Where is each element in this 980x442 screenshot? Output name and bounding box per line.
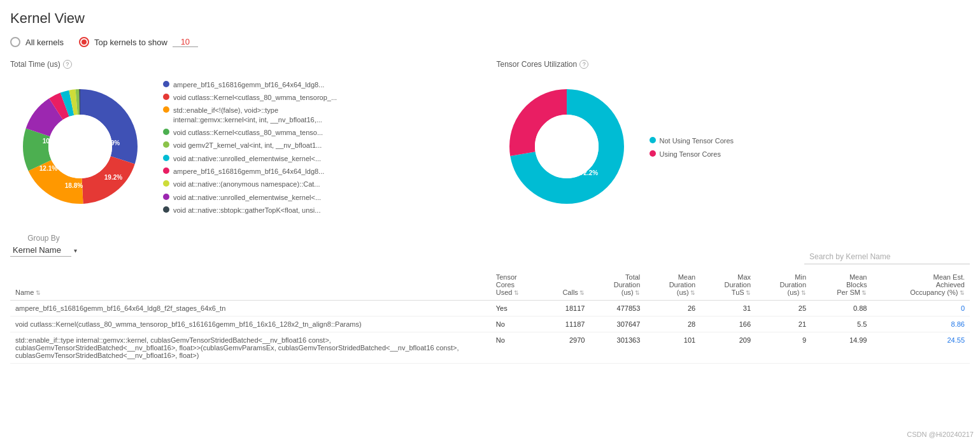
svg-text:19.2%: 19.2% bbox=[104, 174, 122, 181]
svg-point-18 bbox=[535, 115, 599, 178]
cell-max-duration: 209 bbox=[700, 332, 756, 364]
cell-max-duration: 166 bbox=[700, 317, 756, 332]
col-calls[interactable]: Calls bbox=[541, 269, 590, 301]
cell-tensor-cores: Yes bbox=[491, 301, 541, 317]
svg-text:27.8%: 27.8% bbox=[537, 139, 555, 146]
legend-item-3: void cutlass::Kernel<cutlass_80_wmma_ten… bbox=[163, 128, 337, 137]
all-kernels-label: All kernels bbox=[25, 38, 64, 47]
total-time-chart-inner: 29.9% 19.2% 18.8% 12.1% 10.7% ampere_bf1… bbox=[10, 76, 484, 218]
cell-tensor-cores: No bbox=[491, 332, 541, 364]
svg-text:12.1%: 12.1% bbox=[39, 165, 57, 172]
col-mean-blocks[interactable]: MeanBlocksPer SM bbox=[811, 269, 872, 301]
legend-dot-1 bbox=[163, 94, 169, 100]
all-kernels-radio[interactable]: All kernels bbox=[10, 37, 64, 47]
legend-dot-7 bbox=[163, 180, 169, 187]
table-controls-row: Group By Kernel Name ▾ bbox=[10, 234, 970, 264]
table-row: std::enable_if::type internal::gemvx::ke… bbox=[10, 332, 970, 364]
cell-mean-occupancy[interactable]: 8.86 bbox=[872, 317, 970, 332]
kernel-filter-controls: All kernels Top kernels to show bbox=[10, 37, 970, 47]
legend-item-0: ampere_bf16_s16816gemm_bf16_64x64_ldg8..… bbox=[163, 80, 337, 89]
group-by-label: Group By bbox=[27, 234, 60, 243]
legend-item-6: ampere_bf16_s16816gemm_bf16_64x64_ldg8..… bbox=[163, 167, 337, 176]
svg-text:18.8%: 18.8% bbox=[65, 182, 83, 189]
cell-calls: 11187 bbox=[541, 317, 590, 332]
tensor-legend-item-1: Using Tensor Cores bbox=[650, 150, 734, 159]
top-kernels-radio-button[interactable] bbox=[79, 37, 89, 47]
search-container bbox=[804, 250, 970, 264]
svg-text:10.7%: 10.7% bbox=[43, 138, 60, 145]
legend-dot-4 bbox=[163, 141, 169, 148]
cell-name: ampere_bf16_s16816gemm_bf16_64x64_ldg8_f… bbox=[10, 301, 491, 317]
legend-item-7: void at::native::(anonymous namespace)::… bbox=[163, 180, 337, 189]
tensor-legend-item-0: Not Using Tensor Cores bbox=[650, 136, 734, 145]
legend-dot-9 bbox=[163, 206, 169, 213]
cell-mean-duration: 26 bbox=[645, 301, 700, 317]
cell-mean-blocks: 0.88 bbox=[811, 301, 872, 317]
total-time-chart-section: Total Time (us) ? bbox=[10, 60, 484, 218]
cell-total-duration: 301363 bbox=[590, 332, 645, 364]
cell-mean-blocks: 14.99 bbox=[811, 332, 872, 364]
total-time-chart-title: Total Time (us) ? bbox=[10, 60, 484, 69]
legend-dot-6 bbox=[163, 168, 169, 174]
legend-item-8: void at::native::unrolled_elementwise_ke… bbox=[163, 193, 337, 202]
total-time-help-icon[interactable]: ? bbox=[63, 60, 72, 69]
tensor-cores-chart-title: Tensor Cores Utilization ? bbox=[497, 60, 970, 69]
top-kernels-radio-indicator bbox=[82, 39, 87, 45]
cell-mean-occupancy[interactable]: 0 bbox=[872, 301, 970, 317]
col-tensor-cores[interactable]: TensorCoresUsed bbox=[491, 269, 541, 301]
tensor-cores-chart-inner: 72.2% 27.8% Not Using Tensor Cores Using… bbox=[497, 76, 970, 218]
legend-item-2: std::enable_if<!(false), void>::typeinte… bbox=[163, 106, 337, 124]
tensor-cores-legend: Not Using Tensor Cores Using Tensor Core… bbox=[650, 136, 734, 159]
group-by-select[interactable]: Kernel Name bbox=[10, 244, 71, 257]
search-input[interactable] bbox=[804, 250, 970, 264]
top-kernels-input[interactable] bbox=[173, 37, 198, 47]
cell-tensor-cores: No bbox=[491, 317, 541, 332]
charts-row: Total Time (us) ? bbox=[10, 60, 970, 218]
svg-text:72.2%: 72.2% bbox=[579, 169, 597, 176]
total-time-legend: ampere_bf16_s16816gemm_bf16_64x64_ldg8..… bbox=[163, 80, 337, 215]
cell-total-duration: 307647 bbox=[590, 317, 645, 332]
cell-name: void cutlass::Kernel(cutlass_80_wmma_ten… bbox=[10, 317, 491, 332]
table-body: ampere_bf16_s16816gemm_bf16_64x64_ldg8_f… bbox=[10, 301, 970, 364]
tensor-cores-help-icon[interactable]: ? bbox=[579, 60, 588, 69]
col-max-duration[interactable]: MaxDurationTuS bbox=[700, 269, 756, 301]
legend-item-1: void cutlass::Kernel<cutlass_80_wmma_ten… bbox=[163, 93, 337, 102]
legend-dot-8 bbox=[163, 194, 169, 200]
table-row: void cutlass::Kernel(cutlass_80_wmma_ten… bbox=[10, 317, 970, 332]
group-by-section: Group By Kernel Name ▾ bbox=[10, 234, 77, 257]
tensor-cores-chart-section: Tensor Cores Utilization ? 72.2% 27.8% bbox=[497, 60, 970, 218]
cell-max-duration: 31 bbox=[700, 301, 756, 317]
total-time-donut: 29.9% 19.2% 18.8% 12.1% 10.7% bbox=[10, 76, 150, 218]
cell-total-duration: 477853 bbox=[590, 301, 645, 317]
col-min-duration[interactable]: MinDuration(us) bbox=[756, 269, 811, 301]
cell-mean-duration: 101 bbox=[645, 332, 700, 364]
col-total-duration[interactable]: TotalDuration(us) bbox=[590, 269, 645, 301]
legend-item-5: void at::native::unrolled_elementwise_ke… bbox=[163, 154, 337, 163]
cell-min-duration: 21 bbox=[756, 317, 811, 332]
cell-min-duration: 9 bbox=[756, 332, 811, 364]
tensor-legend-dot-1 bbox=[650, 150, 656, 157]
col-name[interactable]: Name bbox=[10, 269, 491, 301]
svg-point-10 bbox=[48, 115, 112, 178]
table-row: ampere_bf16_s16816gemm_bf16_64x64_ldg8_f… bbox=[10, 301, 970, 317]
kernels-table: Name TensorCoresUsed Calls TotalDuration… bbox=[10, 269, 970, 364]
page-title: Kernel View bbox=[10, 10, 970, 27]
legend-item-9: void at::native::sbtopk::gatherTopK<floa… bbox=[163, 206, 337, 215]
legend-dot-3 bbox=[163, 129, 169, 135]
col-mean-occupancy[interactable]: Mean Est.AchievedOccupancy (%) bbox=[872, 269, 970, 301]
group-by-wrapper: Kernel Name ▾ bbox=[10, 244, 77, 257]
top-kernels-radio[interactable]: Top kernels to show bbox=[79, 37, 198, 47]
all-kernels-radio-button[interactable] bbox=[10, 37, 20, 47]
tensor-cores-donut: 72.2% 27.8% bbox=[497, 76, 637, 218]
col-mean-duration[interactable]: MeanDuration(us) bbox=[645, 269, 700, 301]
legend-dot-2 bbox=[163, 106, 169, 113]
tensor-legend-dot-0 bbox=[650, 137, 656, 143]
svg-text:29.9%: 29.9% bbox=[102, 139, 120, 146]
legend-item-4: void gemv2T_kernel_val<int, int, __nv_bf… bbox=[163, 141, 337, 150]
legend-dot-5 bbox=[163, 155, 169, 161]
top-kernels-label: Top kernels to show bbox=[94, 38, 167, 47]
cell-mean-occupancy[interactable]: 24.55 bbox=[872, 332, 970, 364]
table-header-row: Name TensorCoresUsed Calls TotalDuration… bbox=[10, 269, 970, 301]
cell-calls: 18117 bbox=[541, 301, 590, 317]
chevron-down-icon: ▾ bbox=[74, 247, 77, 254]
